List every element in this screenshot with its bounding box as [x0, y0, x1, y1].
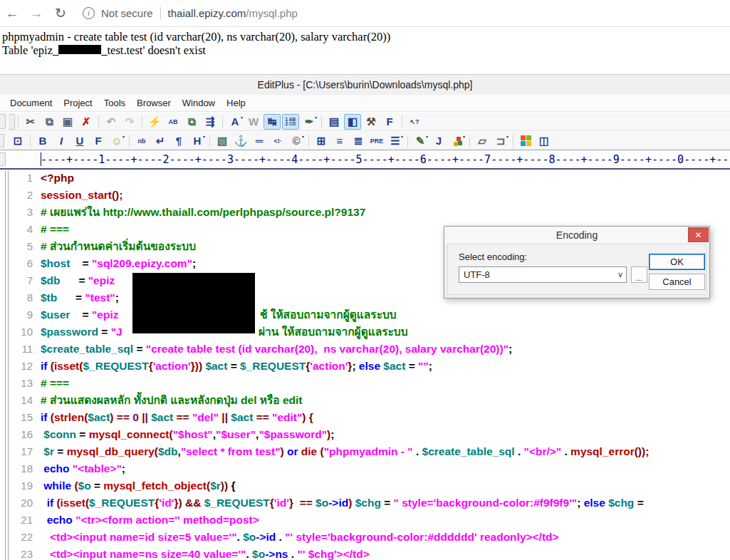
emoticon-icon-glyph: ☺: [111, 135, 122, 147]
browse-encodings-button[interactable]: ...: [631, 266, 647, 283]
menu-document[interactable]: Document: [4, 96, 58, 110]
emoticon-icon[interactable]: ☺: [108, 133, 125, 149]
menu-browser[interactable]: Browser: [131, 96, 177, 110]
cut-icon[interactable]: ✂: [22, 114, 39, 130]
copy-icon[interactable]: ⧉: [41, 114, 58, 130]
align-center-icon[interactable]: ≡: [331, 133, 348, 149]
java-icon[interactable]: J: [430, 133, 447, 149]
code-line-12[interactable]: 12if (isset($_REQUEST{'action'})) $act =…: [0, 358, 730, 375]
script-icon[interactable]: ✎: [412, 133, 429, 149]
special-char-icon-glyph: ©: [292, 135, 300, 147]
nbsp-icon[interactable]: nb: [133, 133, 150, 149]
code-token: strlen: [54, 411, 84, 423]
copy-html-icon[interactable]: ⧉: [183, 114, 200, 130]
insert-image-icon[interactable]: ▧: [214, 133, 231, 149]
code-line-3[interactable]: 3# เผยแพร่ใน http://www.thaiall.com/perl…: [0, 204, 730, 221]
align-right-icon[interactable]: ≣: [350, 133, 367, 149]
dialog-close-button[interactable]: ✕: [688, 227, 709, 242]
window-edge-fragment: [0, 134, 4, 147]
site-info-icon[interactable]: i: [83, 7, 95, 19]
code-line-13[interactable]: 13# ===: [0, 375, 730, 392]
delete-icon[interactable]: ✗: [78, 114, 95, 130]
watch-window-icon[interactable]: W: [245, 114, 262, 130]
url-text[interactable]: thaiall.epizy.com/mysql.php: [168, 7, 298, 20]
line-break-icon[interactable]: ↵: [152, 133, 169, 149]
font-icon[interactable]: F: [90, 133, 107, 149]
code-line-11[interactable]: 11$create_table_sql = "create table test…: [0, 341, 730, 358]
code-line-21[interactable]: 21 echo "<tr><form action='' method=post…: [0, 512, 730, 529]
back-icon[interactable]: ←: [0, 6, 24, 21]
special-char-icon[interactable]: ©: [288, 133, 305, 149]
paste-icon[interactable]: ▣: [59, 114, 76, 130]
code-line-14[interactable]: 14# ส่วนแสดงผลหลัก ทั้งปกติ และหลังกดปุ่…: [0, 392, 730, 409]
user-tools-icon[interactable]: ⚒: [363, 114, 380, 130]
code-line-23[interactable]: 23 <td><input name=ns size=40 value='". …: [0, 546, 730, 560]
code-line-content: $db = "epiz: [41, 272, 115, 289]
code-token: ->ns: [265, 548, 288, 560]
text-color-icon[interactable]: A: [226, 114, 244, 130]
redo-icon[interactable]: ↷: [121, 114, 138, 130]
not-secure-label[interactable]: Not secure: [101, 7, 153, 19]
find-highlight-icon[interactable]: ⚡: [146, 114, 163, 130]
code-line-15[interactable]: 15if (strlen($act) == 0 || $act == "del"…: [0, 409, 730, 426]
table-icon[interactable]: ⊞: [313, 133, 330, 149]
code-token: echo: [43, 462, 69, 475]
code-line-2[interactable]: 2session_start();: [0, 187, 730, 204]
document-list-icon[interactable]: ▤: [325, 114, 343, 130]
menu-tools[interactable]: Tools: [98, 96, 131, 110]
code-token: =: [381, 497, 394, 509]
paragraph-icon[interactable]: ¶: [170, 133, 187, 149]
split-window-icon[interactable]: ◫: [536, 133, 553, 149]
preformat-icon[interactable]: PRE: [368, 133, 385, 149]
indent-tag-icon[interactable]: ⊐: [492, 133, 509, 149]
toolbar-separator: [308, 135, 309, 147]
php-output-line2: Table 'epiz__test.test' doesn't exist: [2, 43, 390, 57]
cut-icon-glyph: ✂: [26, 115, 36, 128]
code-line-content: # ส่วนกำหนดค่าเริ่มต้นของระบบ: [41, 238, 196, 255]
preformat-icon-glyph: PRE: [370, 138, 384, 145]
goto-line-icon[interactable]: ⇶: [202, 114, 219, 130]
code-line-16[interactable]: 16 $conn = mysql_connect("$host","$user"…: [0, 426, 730, 443]
bold-icon[interactable]: B: [34, 133, 51, 149]
ok-button[interactable]: OK: [649, 254, 705, 270]
anchor-icon[interactable]: ⚓: [232, 133, 249, 149]
code-line-18[interactable]: 18 echo "<table>";: [0, 460, 730, 477]
view-in-browser-icon[interactable]: ⊡: [9, 133, 26, 149]
replace-icon[interactable]: AB: [165, 114, 182, 130]
menu-window[interactable]: Window: [177, 96, 221, 110]
editplus-title-bar: EditPlus - [C:\Users\burin\Downloads\mys…: [0, 74, 730, 95]
function-list-icon[interactable]: F: [381, 114, 398, 130]
code-line-17[interactable]: 17 $r = mysql_db_query($db,"select * fro…: [0, 443, 730, 460]
context-help-icon[interactable]: ↖?: [406, 114, 423, 130]
code-token: "test": [85, 291, 115, 304]
heading-icon-glyph: H: [194, 135, 202, 147]
code-line-10[interactable]: 10$password = "Jผ่าน ให้สอบถามจากผู้ดูแล…: [0, 323, 730, 341]
underline-icon[interactable]: U: [71, 133, 88, 149]
windows-logo-icon[interactable]: [517, 133, 534, 149]
code-line-20[interactable]: 20 if (isset($_REQUEST{'id'}) && $_REQUE…: [0, 494, 730, 512]
sort-icon[interactable]: 1 AB2 CD: [282, 114, 299, 130]
menu-project[interactable]: Project: [58, 96, 98, 110]
horizontal-rule-icon[interactable]: ═: [251, 133, 268, 149]
encoding-combobox[interactable]: UTF-8 ∨: [459, 266, 627, 283]
spell-check-icon[interactable]: ✒: [301, 114, 318, 130]
list-icon[interactable]: ☰: [387, 133, 404, 149]
code-token: 'id': [159, 497, 174, 509]
forward-icon[interactable]: →: [24, 6, 48, 21]
code-line-9[interactable]: 9$user = "epizช้ ให้สอบถามจากผู้ดูแลระบบ: [0, 306, 730, 323]
window-edge-fragment: [0, 152, 6, 166]
cancel-button[interactable]: Cancel: [649, 274, 705, 290]
undo-icon[interactable]: ↶: [103, 114, 120, 130]
tag-folder-icon[interactable]: ▱: [474, 133, 491, 149]
code-line-1[interactable]: 1<?php: [0, 170, 730, 187]
heading-icon[interactable]: H: [189, 133, 206, 149]
reload-icon[interactable]: ↻: [48, 5, 73, 21]
comment-icon[interactable]: <!·: [269, 133, 286, 149]
word-wrap-icon[interactable]: ↹: [264, 114, 281, 130]
menu-help[interactable]: Help: [221, 96, 251, 110]
code-line-19[interactable]: 19 while ($o = mysql_fetch_object($r)) {: [0, 477, 730, 494]
code-line-22[interactable]: 22 <td><input name=id size=5 value='". $…: [0, 529, 730, 546]
side-panel-icon[interactable]: ◧: [344, 114, 361, 130]
italic-icon[interactable]: I: [53, 133, 70, 149]
objects-icon[interactable]: [449, 133, 466, 149]
